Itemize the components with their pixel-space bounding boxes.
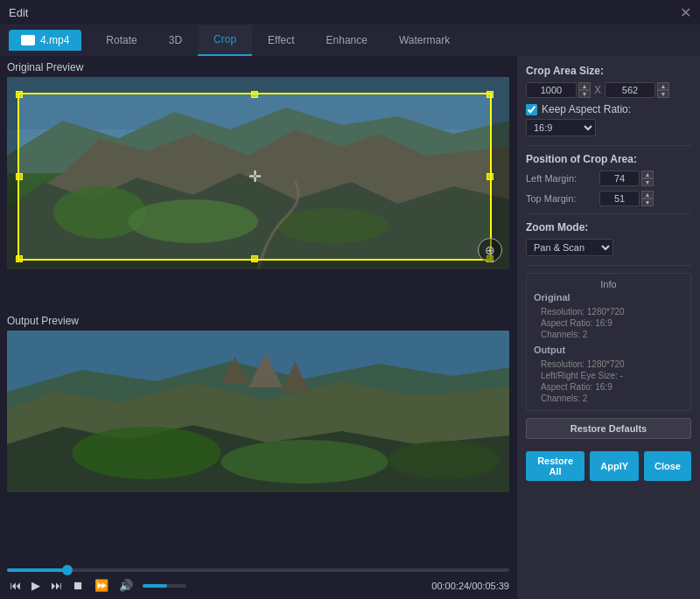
tab-effect[interactable]: Effect — [252, 24, 310, 56]
tab-bar: 4.mp4 Rotate 3D Crop Effect Enhance Wate… — [0, 24, 700, 56]
info-box: Info Original Resolution: 1280*720 Aspec… — [526, 273, 691, 411]
left-down[interactable]: ▼ — [641, 178, 654, 186]
preview-area: Original Preview — [0, 56, 516, 599]
progress-bar-container[interactable] — [0, 568, 516, 572]
close-icon[interactable]: ✕ — [680, 4, 691, 21]
output-info-label: Output — [534, 345, 683, 355]
top-margin-spinner[interactable]: ▲ ▼ — [641, 191, 654, 206]
crop-handle-tl[interactable] — [16, 91, 23, 98]
top-margin-input[interactable] — [599, 191, 640, 206]
left-margin-input[interactable] — [599, 171, 640, 186]
height-spinner[interactable]: ▲ ▼ — [657, 82, 669, 98]
info-label: Info — [534, 279, 683, 289]
bottom-action-buttons: Restore All ApplY Close — [526, 451, 691, 481]
original-preview-section: Original Preview — [0, 56, 516, 313]
keep-aspect-label: Keep Aspect Ratio: — [542, 103, 631, 115]
width-up[interactable]: ▲ — [578, 82, 591, 90]
zoom-mode-label: Zoom Mode: — [526, 221, 691, 233]
keep-aspect-checkbox[interactable] — [526, 104, 537, 115]
crop-handle-ml[interactable] — [16, 173, 23, 180]
original-resolution: Resolution: 1280*720 — [534, 307, 683, 317]
crop-size-row: ▲ ▼ X ▲ ▼ — [526, 82, 691, 98]
crop-overlay[interactable]: ✛ — [18, 93, 492, 261]
tab-crop[interactable]: Crop — [198, 24, 252, 56]
crop-handle-bl[interactable] — [16, 255, 23, 262]
position-label: Position of Crop Area: — [526, 153, 691, 165]
progress-fill — [7, 568, 67, 572]
original-preview-label: Original Preview — [7, 61, 509, 73]
output-aspect: Aspect Ratio: 16:9 — [534, 382, 683, 392]
height-up[interactable]: ▲ — [657, 82, 669, 90]
tab-watermark[interactable]: Watermark — [383, 24, 466, 56]
original-aspect: Aspect Ratio: 16:9 — [534, 318, 683, 328]
next-frame-button[interactable]: ⏩ — [92, 577, 111, 594]
right-panel: Crop Area Size: ▲ ▼ X ▲ ▼ Keep Aspect Ra… — [516, 56, 700, 599]
width-down[interactable]: ▼ — [578, 90, 591, 98]
progress-track[interactable] — [7, 568, 509, 572]
top-up[interactable]: ▲ — [641, 191, 654, 199]
left-up[interactable]: ▲ — [641, 171, 654, 178]
divider-2 — [526, 213, 691, 214]
file-tab-label: 4.mp4 — [40, 34, 69, 46]
output-preview-section: Output Preview — [0, 313, 516, 567]
output-channels: Channels: 2 — [534, 394, 683, 403]
crop-handle-tr[interactable] — [486, 91, 494, 98]
aspect-ratio-select[interactable]: 16:9 4:3 1:1 Custom — [526, 119, 596, 136]
crop-width-input[interactable] — [526, 82, 577, 98]
divider-1 — [526, 145, 691, 146]
divider-3 — [526, 265, 691, 266]
crop-height-input[interactable] — [605, 82, 655, 98]
title-bar: Edit ✕ — [0, 0, 700, 24]
top-margin-row: Top Margin: ▲ ▼ — [526, 191, 691, 206]
compass-icon: ⊕ — [478, 238, 502, 262]
close-button[interactable]: Close — [644, 451, 691, 481]
output-resolution: Resolution: 1280*720 — [534, 359, 683, 369]
stop-button[interactable]: ⏹ — [70, 577, 87, 594]
restore-all-button[interactable]: Restore All — [526, 451, 584, 481]
width-spinner[interactable]: ▲ ▼ — [578, 82, 591, 98]
svg-point-12 — [72, 427, 220, 479]
file-tab[interactable]: 4.mp4 — [9, 30, 81, 51]
skip-forward-button[interactable]: ⏭ — [48, 577, 65, 594]
zoom-mode-select[interactable]: Pan & Scan Letter Box Full Screen — [526, 239, 613, 256]
play-button[interactable]: ▶ — [29, 577, 43, 594]
left-margin-spinner[interactable]: ▲ ▼ — [641, 171, 654, 186]
crop-handle-bm[interactable] — [251, 255, 258, 262]
tab-3d[interactable]: 3D — [153, 24, 198, 56]
time-display: 00:00:24/00:05:39 — [431, 581, 509, 591]
left-margin-row: Left Margin: ▲ ▼ — [526, 171, 691, 186]
svg-point-13 — [220, 440, 388, 484]
original-info-label: Original — [534, 292, 683, 303]
volume-fill — [143, 584, 167, 588]
top-margin-label: Top Margin: — [526, 193, 596, 204]
top-down[interactable]: ▼ — [641, 199, 654, 206]
output-preview-image — [7, 331, 509, 492]
left-margin-label: Left Margin: — [526, 173, 596, 184]
apply-button[interactable]: ApplY — [590, 451, 639, 481]
progress-thumb[interactable] — [62, 565, 73, 575]
svg-point-14 — [388, 441, 500, 479]
x-separator: X — [594, 84, 601, 96]
skip-back-button[interactable]: ⏮ — [7, 577, 24, 594]
output-preview-label: Output Preview — [7, 315, 509, 327]
file-icon — [21, 35, 35, 45]
crop-move-icon[interactable]: ✛ — [248, 167, 262, 186]
window-title: Edit — [9, 6, 28, 19]
crop-handle-tm[interactable] — [251, 91, 258, 98]
output-eye-size: Left/Right Eye Size: - — [534, 371, 683, 380]
tab-rotate[interactable]: Rotate — [90, 24, 152, 56]
original-preview-image: ✛ ⊕ — [7, 77, 509, 269]
volume-icon[interactable]: 🔊 — [116, 577, 136, 594]
restore-defaults-button[interactable]: Restore Defaults — [526, 418, 691, 439]
height-down[interactable]: ▼ — [657, 90, 669, 98]
crop-handle-mr[interactable] — [486, 173, 494, 180]
original-channels: Channels: 2 — [534, 330, 683, 339]
volume-slider[interactable] — [143, 584, 186, 588]
crop-area-label: Crop Area Size: — [526, 65, 691, 77]
tab-enhance[interactable]: Enhance — [311, 24, 383, 56]
keep-aspect-ratio-row: Keep Aspect Ratio: — [526, 103, 691, 115]
controls-bar: ⏮ ▶ ⏭ ⏹ ⏩ 🔊 00:00:24/00:05:39 — [0, 572, 516, 599]
